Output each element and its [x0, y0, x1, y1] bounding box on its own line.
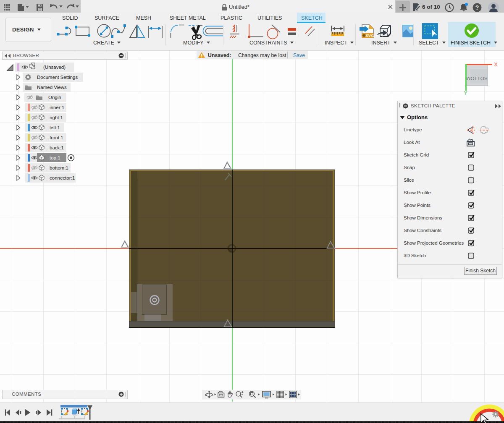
- svg-text:inner:1: inner:1: [50, 105, 64, 110]
- svg-text:front:1: front:1: [50, 135, 63, 140]
- svg-text:bottom:1: bottom:1: [50, 165, 68, 170]
- svg-text:top:1: top:1: [50, 155, 60, 160]
- svg-text:Named Views: Named Views: [37, 85, 67, 90]
- svg-text:Document Settings: Document Settings: [37, 75, 78, 80]
- svg-text:?: ?: [475, 4, 479, 11]
- svg-text:back:1: back:1: [50, 145, 64, 150]
- svg-text:connector:1: connector:1: [50, 175, 75, 180]
- svg-text:(Unsaved): (Unsaved): [43, 65, 66, 70]
- svg-text:SVG: SVG: [366, 33, 374, 38]
- svg-text:left:1: left:1: [50, 125, 60, 130]
- svg-text:Origin: Origin: [48, 95, 61, 100]
- svg-text:right:1: right:1: [50, 115, 63, 120]
